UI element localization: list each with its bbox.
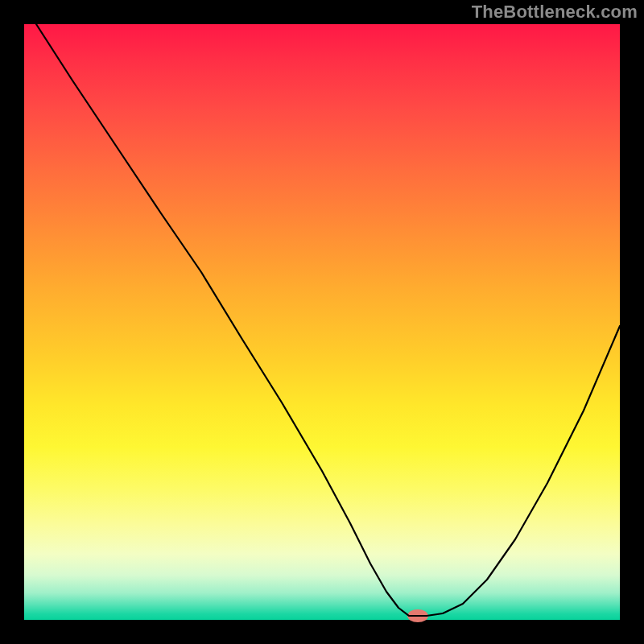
watermark-text: TheBottleneck.com [472, 2, 638, 23]
plot-area [24, 24, 620, 620]
bottleneck-curve [36, 24, 620, 616]
curve-svg [24, 24, 620, 620]
chart-frame: TheBottleneck.com [0, 0, 644, 644]
